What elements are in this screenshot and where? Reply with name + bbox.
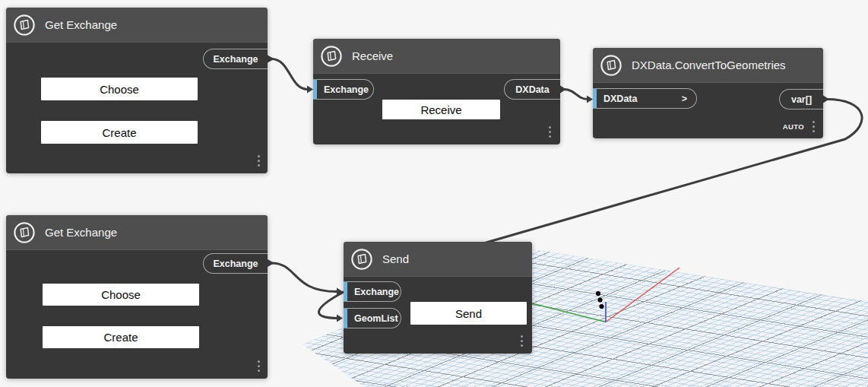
output-connector-arrow[interactable] [823,96,829,103]
output-connector-arrow[interactable] [560,86,566,94]
create-button[interactable]: Create [43,326,199,348]
input-port-exchange[interactable]: Exchange [344,281,401,302]
node-get-exchange-bottom: Get Exchange Exchange Choose Create [6,215,268,379]
wire-getexchange-to-receive[interactable] [271,59,308,90]
more-options-icon[interactable] [256,359,261,373]
node-header[interactable]: DXData.ConvertToGeometries [593,48,823,83]
output-port-var[interactable]: var[] [779,89,823,109]
data-exchange-icon [320,45,343,68]
input-port-exchange[interactable]: Exchange [313,79,374,100]
node-header[interactable]: Send [344,242,532,277]
create-button[interactable]: Create [41,121,198,144]
output-connector-arrow[interactable] [268,259,274,267]
node-title: Receive [352,49,393,62]
input-connector-arrow[interactable] [337,315,343,322]
node-title: DXData.ConvertToGeometries [632,59,786,71]
send-button[interactable]: Send [410,302,527,325]
choose-button[interactable]: Choose [43,284,199,306]
node-title: Get Exchange [45,18,117,31]
input-connector-arrow[interactable] [307,86,313,94]
output-port-exchange[interactable]: Exchange [203,253,268,274]
input-port-label: DXData [603,94,637,104]
node-receive: Receive Exchange DXData Receive [313,39,560,144]
wire-receive-to-convert[interactable] [564,90,588,100]
node-header[interactable]: Get Exchange [6,215,268,250]
node-get-exchange-top: Get Exchange Exchange Choose Create [6,8,268,173]
input-port-geomlist[interactable]: GeomList [344,308,401,328]
input-connector-arrow[interactable] [587,96,593,103]
more-options-icon[interactable] [256,154,261,168]
wire-getexchange-to-send[interactable] [271,263,337,292]
data-exchange-icon [13,14,36,36]
output-port-exchange[interactable]: Exchange [203,49,268,69]
node-title: Get Exchange [45,226,117,239]
data-exchange-icon [350,248,373,271]
input-connector-arrow[interactable] [337,288,343,296]
node-header[interactable]: Get Exchange [6,8,268,43]
data-exchange-icon [600,54,622,77]
data-exchange-icon [13,221,36,244]
more-options-icon[interactable] [519,334,524,348]
receive-button[interactable]: Receive [382,100,500,119]
lacing-auto-label[interactable]: AUTO [783,122,804,131]
port-chevron-icon: > [682,94,687,104]
more-options-icon[interactable] [811,119,816,134]
node-title: Send [382,252,409,265]
node-convert-to-geometries: DXData.ConvertToGeometries DXData > var[… [593,48,823,138]
node-header[interactable]: Receive [313,39,560,74]
output-connector-arrow[interactable] [268,56,274,63]
dynamo-workspace-canvas[interactable]: Get Exchange Exchange Choose Create Rece… [0,0,868,387]
input-port-dxdata[interactable]: DXData > [593,88,697,109]
choose-button[interactable]: Choose [41,78,198,100]
node-send: Send Exchange GeomList Send [344,242,532,354]
more-options-icon[interactable] [547,125,553,139]
output-port-dxdata[interactable]: DXData [504,79,560,100]
